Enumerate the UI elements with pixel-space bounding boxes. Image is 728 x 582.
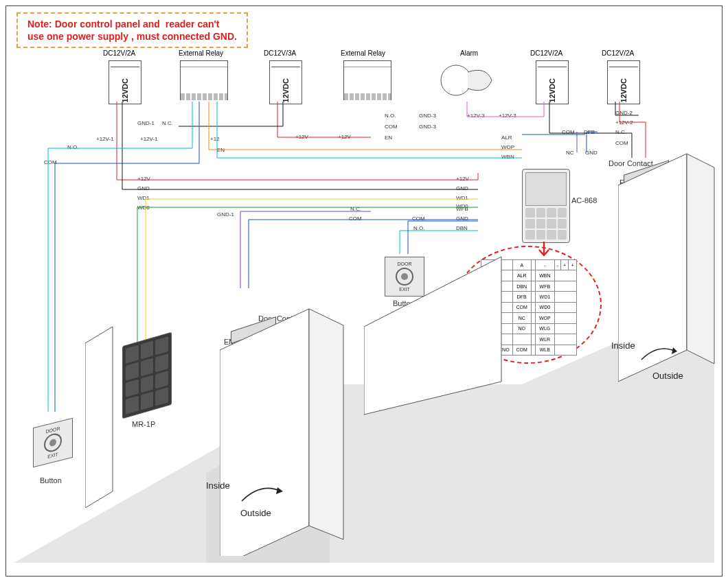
wl-12v1b: +12V-1 <box>140 136 158 142</box>
door1-inside: Inside <box>206 480 230 491</box>
wl-12a: +12 <box>210 136 220 142</box>
wl-gndc2: GND <box>456 185 468 191</box>
external-relay-2 <box>343 60 391 100</box>
button1-label: Button <box>40 476 62 485</box>
wl-coma: COM <box>44 159 57 165</box>
wl-alr: ALR <box>501 135 512 141</box>
wl-wd02: WD0 <box>456 203 468 209</box>
wl-comc: COM <box>562 129 575 135</box>
wl-ena: EN <box>217 147 225 153</box>
wl-12vd: +12V <box>137 176 150 182</box>
psu2: 12VDC <box>269 60 302 104</box>
svg-marker-9 <box>85 327 113 508</box>
wl-dbn: DBN <box>456 225 468 231</box>
reader-label: MR-1P <box>132 420 155 428</box>
wl-comf: COM <box>412 216 425 222</box>
button1-exit-text: EXIT <box>47 452 58 459</box>
wl-gndb: GND <box>585 150 598 156</box>
svg-marker-6 <box>687 154 714 364</box>
wl-ncb: NC <box>566 150 574 156</box>
wl-12vd2: +12V <box>456 176 469 182</box>
mr-1p-reader <box>122 332 172 419</box>
psu4-label: DC12V/2A <box>602 49 634 57</box>
alarm-horn <box>437 59 499 102</box>
ac-868-controller <box>522 169 570 243</box>
wl-gndd: GND <box>456 216 468 222</box>
wl-gnd1a: GND-1 <box>137 120 155 126</box>
psu3-label: DC12V/2A <box>530 49 562 57</box>
psu2-voltage: 12VDC <box>282 78 290 102</box>
svg-marker-7 <box>220 309 309 556</box>
psu4: 12VDC <box>607 60 640 104</box>
wl-wd0: WD0 <box>137 205 150 211</box>
external-relay-1 <box>180 60 228 100</box>
wl-gnd1b: GND-1 <box>217 211 234 218</box>
alarm-label: Alarm <box>460 49 478 57</box>
wl-12v3b: +12V-3 <box>499 113 516 119</box>
svg-marker-10 <box>364 257 501 415</box>
wl-wop: WOP <box>501 144 514 150</box>
relay1-label: External Relay <box>179 49 223 57</box>
wl-12vb: +12V <box>295 134 308 140</box>
wl-come: COM <box>349 216 362 222</box>
wl-ncd: N.C. <box>350 206 361 212</box>
psu1-voltage: 12VDC <box>121 78 129 102</box>
svg-point-3 <box>441 65 471 95</box>
note-text: Door control panel and reader can't use … <box>27 19 237 42</box>
wl-wbn: WBN <box>501 154 514 160</box>
wl-wd1: WD1 <box>137 195 150 201</box>
controller-screen <box>525 172 567 206</box>
wl-gndc: GND <box>137 185 150 191</box>
wl-noc: N.O. <box>413 225 424 231</box>
controller-keypad <box>525 208 567 240</box>
controller-label: AC-868 <box>571 196 597 205</box>
psu3-voltage: 12VDC <box>548 78 556 102</box>
psu3: 12VDC <box>536 60 569 104</box>
wl-gnd3a: GND-3 <box>419 113 436 119</box>
door2-inside: Inside <box>611 340 635 351</box>
wl-dfb: DFB <box>584 129 595 135</box>
wl-nca: N.C. <box>162 120 173 126</box>
wl-12vc: +12V <box>338 134 351 140</box>
wall-segment-mid <box>364 244 515 423</box>
wl-nob: N.O. <box>385 113 396 119</box>
wall-segment-left <box>85 316 120 508</box>
wl-gnd3b: GND-3 <box>419 124 436 130</box>
button1-ring-icon <box>44 432 62 454</box>
door2-outside: Outside <box>652 371 683 381</box>
wl-noa: N.O. <box>67 144 78 150</box>
relay2-label: External Relay <box>341 49 385 57</box>
psu2-label: DC12V/3A <box>264 49 296 57</box>
wl-enb: EN <box>385 135 392 141</box>
psu4-voltage: 12VDC <box>619 78 628 102</box>
wl-12v1a: +12V-1 <box>96 136 114 142</box>
wl-12v3a: +12V-3 <box>467 113 485 119</box>
note-title: Note: <box>27 19 52 30</box>
door1-swing-icon <box>239 478 287 508</box>
wl-comb: COM <box>385 124 398 130</box>
psu1: 12VDC <box>109 60 141 104</box>
wl-wd12: WD1 <box>456 195 468 201</box>
svg-marker-8 <box>309 309 343 539</box>
psu1-label: DC12V/2A <box>103 49 135 57</box>
door2-swing-icon <box>639 339 680 366</box>
door1-outside: Outside <box>240 508 271 518</box>
note-box: Note: Door control panel and reader can'… <box>16 12 248 48</box>
